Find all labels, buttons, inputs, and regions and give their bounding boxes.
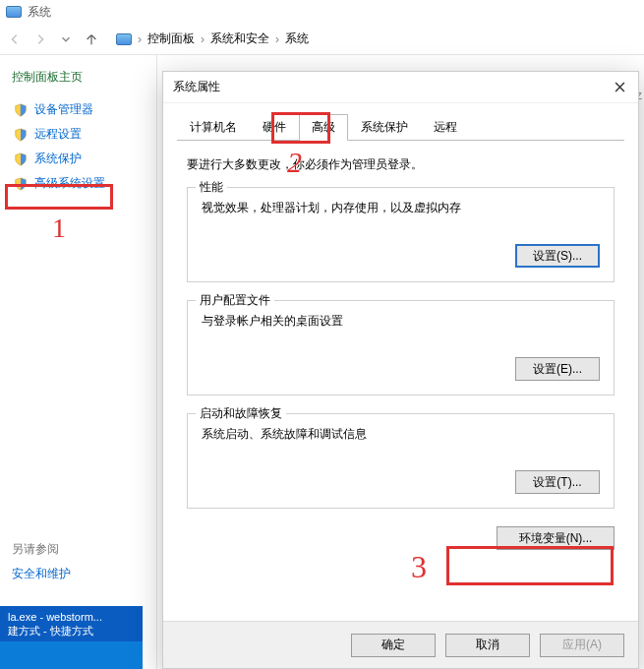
sidebar-item-label: 远程设置 — [34, 126, 82, 143]
group-desc: 视觉效果，处理器计划，内存使用，以及虚拟内存 — [202, 200, 600, 216]
sidebar-item-system-protection[interactable]: 系统保护 — [12, 147, 145, 171]
see-also-header: 另请参阅 — [12, 541, 71, 558]
system-properties-dialog: 系统属性 计算机名 硬件 高级 系统保护 远程 要进行大多数更改，你必须作为管理… — [162, 71, 639, 669]
performance-settings-button[interactable]: 设置(S)... — [515, 244, 600, 268]
sidebar-home[interactable]: 控制面板主页 — [12, 69, 145, 86]
group-legend: 启动和故障恢复 — [196, 405, 286, 422]
group-startup-recovery: 启动和故障恢复 系统启动、系统故障和调试信息 设置(T)... — [187, 413, 615, 509]
breadcrumb: › 控制面板 › 系统和安全 › 系统 — [116, 30, 309, 47]
group-legend: 性能 — [196, 179, 227, 196]
back-arrow-icon[interactable] — [8, 32, 22, 46]
dialog-body: 要进行大多数更改，你必须作为管理员登录。 性能 视觉效果，处理器计划，内存使用，… — [163, 141, 638, 621]
sidebar-item-remote-settings[interactable]: 远程设置 — [12, 122, 145, 147]
tab-strip: 计算机名 硬件 高级 系统保护 远程 — [177, 113, 624, 141]
annotation-number-3: 3 — [411, 549, 427, 585]
group-desc: 与登录帐户相关的桌面设置 — [202, 313, 600, 330]
annotation-number-1: 1 — [52, 213, 66, 244]
breadcrumb-item[interactable]: 系统 — [285, 30, 309, 47]
sidebar: 控制面板主页 设备管理器 远程设置 系统保护 高级系统设置 另请参阅 安全和维护 — [0, 55, 157, 669]
apply-button[interactable]: 应用(A) — [540, 634, 624, 657]
taskbar-line: 建方式 - 快捷方式 — [8, 624, 135, 638]
taskbar-line: la.exe - webstorm... — [8, 610, 135, 624]
group-performance: 性能 视觉效果，处理器计划，内存使用，以及虚拟内存 设置(S)... — [187, 187, 615, 282]
shield-icon — [14, 177, 28, 191]
close-button[interactable] — [607, 76, 632, 97]
sidebar-item-label: 系统保护 — [34, 151, 82, 167]
tab-computer-name[interactable]: 计算机名 — [177, 114, 250, 141]
cancel-button[interactable]: 取消 — [445, 634, 530, 657]
sidebar-item-label: 设备管理器 — [34, 101, 93, 118]
group-user-profiles: 用户配置文件 与登录帐户相关的桌面设置 设置(E)... — [187, 300, 615, 395]
see-also-link[interactable]: 安全和维护 — [12, 566, 71, 582]
navbar: › 控制面板 › 系统和安全 › 系统 — [0, 24, 644, 55]
tab-hardware[interactable]: 硬件 — [250, 114, 299, 141]
taskbar-fragment: la.exe - webstorm... 建方式 - 快捷方式 — [0, 606, 143, 641]
chevron-right-icon: › — [275, 32, 279, 46]
dialog-titlebar: 系统属性 — [163, 72, 638, 103]
dialog-footer: 确定 取消 应用(A) — [163, 621, 638, 668]
monitor-icon — [116, 33, 132, 45]
shield-icon — [14, 152, 28, 166]
titlebar: 系统 — [0, 0, 644, 24]
window-title: 系统 — [28, 4, 51, 21]
shield-icon — [14, 103, 28, 117]
tab-remote[interactable]: 远程 — [421, 114, 470, 141]
sidebar-item-advanced-system-settings[interactable]: 高级系统设置 — [12, 171, 145, 196]
sidebar-item-label: 高级系统设置 — [34, 175, 105, 192]
up-arrow-icon[interactable] — [85, 32, 98, 46]
admin-note: 要进行大多数更改，你必须作为管理员登录。 — [187, 156, 616, 173]
monitor-icon — [6, 6, 22, 18]
group-legend: 用户配置文件 — [196, 292, 274, 309]
environment-variables-button[interactable]: 环境变量(N)... — [497, 526, 615, 550]
shield-icon — [14, 128, 28, 142]
tab-system-protection[interactable]: 系统保护 — [348, 114, 421, 141]
ok-button[interactable]: 确定 — [351, 634, 436, 657]
startup-settings-button[interactable]: 设置(T)... — [515, 470, 600, 494]
recent-chevron-icon[interactable] — [59, 32, 73, 46]
chevron-right-icon: › — [201, 32, 205, 46]
breadcrumb-item[interactable]: 控制面板 — [147, 30, 195, 47]
chevron-right-icon: › — [138, 32, 142, 46]
sidebar-item-device-manager[interactable]: 设备管理器 — [12, 97, 145, 122]
group-desc: 系统启动、系统故障和调试信息 — [202, 426, 600, 443]
profiles-settings-button[interactable]: 设置(E)... — [515, 357, 600, 381]
annotation-number-2: 2 — [287, 146, 302, 179]
tab-advanced[interactable]: 高级 — [299, 114, 348, 141]
taskbar-bg — [0, 641, 143, 669]
see-also: 另请参阅 安全和维护 — [12, 541, 71, 582]
dialog-title: 系统属性 — [173, 79, 220, 95]
breadcrumb-item[interactable]: 系统和安全 — [210, 30, 269, 47]
forward-arrow-icon[interactable] — [33, 32, 47, 46]
